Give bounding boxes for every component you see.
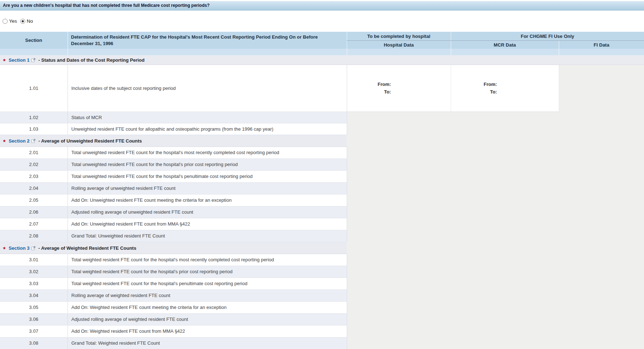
column-header-section: Section (0, 32, 68, 49)
row-description-cell: Inclusive dates of the subject cost repo… (68, 65, 347, 112)
row-number-cell: 2.05 (0, 194, 68, 206)
row-number-cell: 3.02 (0, 266, 68, 278)
radio-label: Yes (9, 18, 17, 24)
row-number-cell: 2.06 (0, 206, 68, 218)
row-description-cell: Adjusted rolling average of weighted res… (68, 313, 347, 325)
from-label: From: (484, 80, 497, 88)
row-number-cell: 2.07 (0, 218, 68, 230)
column-header-determination: Determination of Resident FTE CAP for th… (68, 32, 347, 49)
table-row-3.08: 3.08Grand Total: Weighted resident FTE C… (0, 337, 644, 349)
section-band: ★Section 1 - Status and Dates of the Cos… (0, 55, 644, 65)
table-row-3.02: 3.02Total weighted resident FTE count fo… (0, 266, 644, 278)
redacted-cell (347, 158, 644, 170)
section-band: ★Section 2 - Average of Unweighted Resid… (0, 135, 347, 147)
row-number-cell: 1.02 (0, 112, 68, 123)
row-number-cell: 2.08 (0, 230, 68, 242)
table-row-3.04: 3.04Rolling average of weighted resident… (0, 289, 644, 301)
row-description-cell: Rolling average of weighted resident FTE… (68, 289, 347, 301)
radio-label: No (27, 18, 33, 24)
row-description-cell: Total weighted resident FTE count for th… (68, 254, 347, 266)
section-header-row: ★Section 1 - Status and Dates of the Cos… (0, 55, 644, 65)
row-number-cell: 2.04 (0, 182, 68, 194)
redacted-cell (347, 147, 644, 158)
row-description-cell: Status of MCR (68, 112, 347, 123)
question-text: Are you a new children's hospital that h… (3, 3, 209, 8)
table-row-3.07: 3.07Add On: Weighted resident FTE count … (0, 325, 644, 337)
row-number-cell: 3.05 (0, 301, 68, 313)
radio-yes[interactable]: Yes (3, 18, 17, 24)
fi-data-cell (559, 65, 644, 112)
row-number-cell: 3.06 (0, 313, 68, 325)
row-number-cell: 3.07 (0, 325, 68, 337)
section-link-3[interactable]: Section 3 (9, 245, 30, 251)
group-header-hospital: To be completed by hospital (347, 32, 451, 41)
required-star-icon: ★ (3, 246, 6, 250)
redacted-cell (347, 278, 644, 289)
redacted-cell (347, 112, 644, 123)
row-number-cell: 2.01 (0, 147, 68, 158)
table-row-2.01: 2.01Total unweighted resident FTE count … (0, 147, 644, 158)
redacted-cell (347, 337, 644, 349)
external-link-icon[interactable] (31, 139, 36, 143)
redacted-cell (347, 242, 644, 254)
required-star-icon: ★ (3, 58, 6, 62)
row-description-cell: Total weighted resident FTE count for th… (68, 266, 347, 278)
table-row-1.03: 1.03Unweighted resident FTE count for al… (0, 123, 644, 135)
group-header-chgme-fi: For CHGME FI Use Only (451, 32, 644, 41)
question-bar: Are you a new children's hospital that h… (0, 1, 644, 10)
redacted-cell (347, 325, 644, 337)
section-title: - Status and Dates of the Cost Reporting… (37, 57, 145, 63)
row-description-cell: Total unweighted resident FTE count for … (68, 158, 347, 170)
radio-button-icon[interactable] (20, 19, 25, 24)
section-header-row: ★Section 3 - Average of Weighted Residen… (0, 242, 644, 254)
section-link-1[interactable]: Section 1 (9, 57, 30, 63)
redacted-cell (347, 123, 644, 135)
row-description-cell: Total unweighted resident FTE count for … (68, 170, 347, 182)
row-number-cell: 3.08 (0, 337, 68, 349)
table-row-3.06: 3.06Adjusted rolling average of weighted… (0, 313, 644, 325)
row-number-cell: 1.03 (0, 123, 68, 135)
section-title: - Average of Unweighted Resident FTE Cou… (37, 138, 142, 144)
external-link-icon[interactable] (31, 58, 36, 62)
hospital-data-cell: From: To: (347, 65, 451, 112)
section-link-2[interactable]: Section 2 (9, 138, 30, 144)
redacted-cell (347, 266, 644, 278)
row-number-cell: 3.04 (0, 289, 68, 301)
table-row-2.06: 2.06Adjusted rolling average of unweight… (0, 206, 644, 218)
table-row-2.04: 2.04Rolling average of unweighted reside… (0, 182, 644, 194)
external-link-icon[interactable] (31, 246, 36, 250)
row-description-cell: Add On: Weighted resident FTE count meet… (68, 301, 347, 313)
row-number-cell: 1.01 (0, 65, 68, 112)
table-row-1.02: 1.02Status of MCR (0, 112, 644, 123)
row-description-cell: Add On: Weighted resident FTE count from… (68, 325, 347, 337)
row-description-cell: Unweighted resident FTE count for allopa… (68, 123, 347, 135)
table-row-2.08: 2.08Grand Total: Unweighted resident FTE… (0, 230, 644, 242)
row-description-cell: Grand Total: Weighted resident FTE Count (68, 337, 347, 349)
redacted-cell (347, 135, 644, 147)
column-header-mcr-data: MCR Data (451, 41, 559, 49)
radio-no[interactable]: No (20, 18, 33, 24)
table-row-2.02: 2.02Total unweighted resident FTE count … (0, 158, 644, 170)
radio-button-icon[interactable] (3, 19, 8, 24)
section-header-row: ★Section 2 - Average of Unweighted Resid… (0, 135, 644, 147)
row-number-cell: 3.03 (0, 278, 68, 289)
mcr-data-cell: From: To: (451, 65, 559, 112)
table-row-2.07: 2.07Add On: Unweighted resident FTE coun… (0, 218, 644, 230)
from-label: From: (378, 80, 391, 88)
redacted-cell (347, 254, 644, 266)
redacted-cell (347, 218, 644, 230)
row-description-cell: Adjusted rolling average of unweighted r… (68, 206, 347, 218)
redacted-cell (347, 182, 644, 194)
to-label: To: (378, 88, 391, 96)
radio-group: YesNo (0, 10, 644, 32)
row-description-cell: Grand Total: Unweighted resident FTE Cou… (68, 230, 347, 242)
column-header-fi-data: FI Data (559, 41, 644, 49)
redacted-cell (347, 194, 644, 206)
redacted-cell (347, 289, 644, 301)
redacted-cell (347, 230, 644, 242)
required-star-icon: ★ (3, 139, 6, 143)
table-row-1.01: 1.01Inclusive dates of the subject cost … (0, 65, 644, 112)
table-row-3.03: 3.03Total weighted resident FTE count fo… (0, 278, 644, 289)
redacted-cell (347, 301, 644, 313)
table-row-3.05: 3.05Add On: Weighted resident FTE count … (0, 301, 644, 313)
